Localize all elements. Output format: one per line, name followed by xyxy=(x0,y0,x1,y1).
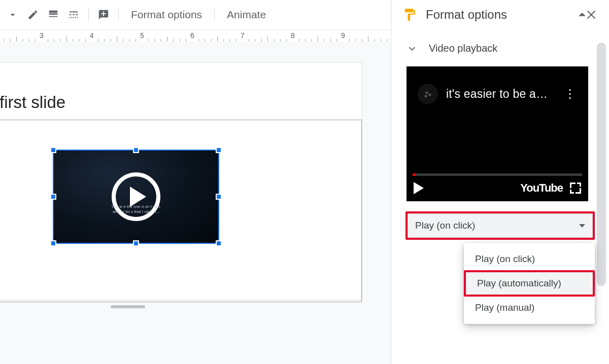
menu-item-automatically[interactable]: Play (automatically) xyxy=(466,272,593,295)
slide-title[interactable]: first slide xyxy=(0,93,65,112)
resize-handle-ne[interactable] xyxy=(216,147,222,153)
edit-icon[interactable] xyxy=(23,5,43,24)
sidebar-scrollbar[interactable] xyxy=(597,43,606,286)
preview-video-title: it's easier to be a… xyxy=(446,87,564,101)
preview-more-icon[interactable]: ⋮ xyxy=(564,87,577,101)
dropdown-caret-icon xyxy=(579,224,585,228)
video-preview[interactable]: it's easier to be a… ⋮ YouTube xyxy=(407,66,588,201)
resize-handle-s[interactable] xyxy=(133,240,139,246)
youtube-logo[interactable]: YouTube xyxy=(520,181,563,195)
slide-canvas[interactable]: first slide You w e the one d on t oad, … xyxy=(0,62,362,300)
video-playback-label: Video playback xyxy=(429,43,497,54)
preview-play-icon[interactable] xyxy=(414,182,424,194)
toolbar: Format options Animate xyxy=(0,0,609,29)
svg-text:7: 7 xyxy=(241,31,245,40)
animate-button[interactable]: Animate xyxy=(220,5,273,25)
dropdown-selected-value: Play (on click) xyxy=(415,220,579,231)
svg-text:5: 5 xyxy=(140,31,144,40)
collapse-toolbar-icon[interactable] xyxy=(572,5,592,24)
video-object-selected[interactable]: You w e the one d on t oad, and er do s … xyxy=(53,150,219,244)
resize-handle-sw[interactable] xyxy=(50,240,56,246)
toolbar-more-dropdown[interactable] xyxy=(3,5,22,24)
playback-mode-dropdown[interactable]: Play (on click) xyxy=(408,213,593,238)
video-caption: You w e the one d on t oad, and er do s … xyxy=(54,204,218,215)
channel-avatar xyxy=(418,84,438,104)
resize-handle-n[interactable] xyxy=(133,147,139,153)
playback-mode-menu: Play (on click) Play (automatically) Pla… xyxy=(464,243,595,324)
video-playback-section-header[interactable]: Video playback xyxy=(391,29,609,59)
resize-handle-se[interactable] xyxy=(216,240,222,246)
chevron-down-icon xyxy=(407,43,418,54)
add-comment-icon[interactable] xyxy=(94,5,113,24)
sidebar-scrollbar-thumb[interactable] xyxy=(597,43,606,286)
svg-text:6: 6 xyxy=(190,31,194,40)
border-weight-icon[interactable] xyxy=(44,5,63,24)
format-options-sidebar: Format options Video playback it's easie… xyxy=(391,0,609,364)
horizontal-scroll-indicator[interactable] xyxy=(111,305,145,308)
svg-text:9: 9 xyxy=(341,31,345,40)
resize-handle-w[interactable] xyxy=(50,194,56,200)
border-dash-icon[interactable] xyxy=(64,5,83,24)
svg-text:8: 8 xyxy=(291,31,295,40)
menu-item-on-click[interactable]: Play (on click) xyxy=(464,248,595,270)
svg-text:4: 4 xyxy=(90,31,94,40)
svg-text:3: 3 xyxy=(40,31,44,40)
resize-handle-e[interactable] xyxy=(216,194,222,200)
menu-item-manual[interactable]: Play (manual) xyxy=(464,297,595,319)
preview-progress-bar[interactable] xyxy=(413,173,582,176)
fullscreen-icon[interactable] xyxy=(570,183,581,194)
highlight-auto-option: Play (automatically) xyxy=(464,270,595,297)
highlight-dropdown: Play (on click) xyxy=(405,211,595,240)
resize-handle-nw[interactable] xyxy=(50,147,56,153)
format-options-button[interactable]: Format options xyxy=(124,5,209,25)
video-thumbnail: You w e the one d on t oad, and er do s … xyxy=(54,151,218,243)
